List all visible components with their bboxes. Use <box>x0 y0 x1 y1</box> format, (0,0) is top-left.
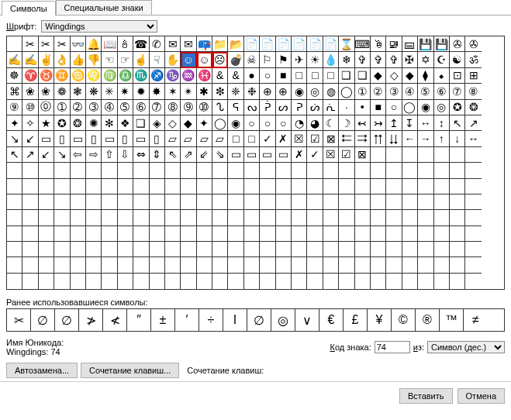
symbol-cell[interactable] <box>450 257 465 273</box>
symbol-cell[interactable]: ○ <box>386 100 402 115</box>
symbol-cell[interactable] <box>150 242 165 257</box>
symbol-cell[interactable]: ♓ <box>197 68 212 84</box>
symbol-cell[interactable] <box>71 163 86 178</box>
symbol-cell[interactable]: ✦ <box>7 115 22 131</box>
symbol-cell[interactable]: 📪 <box>197 36 212 52</box>
symbol-cell[interactable] <box>165 274 181 289</box>
symbol-cell[interactable] <box>371 257 386 273</box>
symbol-cell[interactable]: 🖳 <box>386 36 402 52</box>
symbol-cell[interactable] <box>197 242 212 257</box>
code-input[interactable] <box>375 341 410 353</box>
symbol-cell[interactable] <box>54 257 70 273</box>
symbol-cell[interactable]: ♉ <box>39 68 54 84</box>
symbol-cell[interactable]: ↕ <box>434 115 450 131</box>
symbol-cell[interactable] <box>418 274 433 289</box>
symbol-cell[interactable] <box>7 226 22 242</box>
symbol-cell[interactable] <box>371 147 386 163</box>
symbol-cell[interactable] <box>133 257 149 273</box>
symbol-cell[interactable]: 👍 <box>71 52 86 67</box>
symbol-cell[interactable] <box>450 226 465 242</box>
symbol-cell[interactable]: ↙ <box>39 147 54 163</box>
symbol-cell[interactable]: ▭ <box>133 131 149 146</box>
recent-cell[interactable]: ∨ <box>295 309 319 331</box>
symbol-cell[interactable] <box>323 274 339 289</box>
symbol-cell[interactable] <box>228 210 243 225</box>
symbol-cell[interactable]: ✈ <box>292 52 307 67</box>
symbol-cell[interactable] <box>7 210 22 225</box>
symbol-cell[interactable] <box>418 226 433 242</box>
symbol-cell[interactable] <box>323 257 339 273</box>
symbol-cell[interactable] <box>86 226 102 242</box>
symbol-cell[interactable] <box>71 226 86 242</box>
symbol-cell[interactable] <box>386 274 402 289</box>
symbol-cell[interactable]: ✗ <box>292 147 307 163</box>
symbol-cell[interactable]: → <box>418 131 433 146</box>
symbol-cell[interactable]: ✋ <box>165 52 181 67</box>
symbol-cell[interactable]: 💣 <box>228 52 243 67</box>
symbol-cell[interactable]: ↖ <box>450 115 465 131</box>
symbol-cell[interactable] <box>434 179 450 195</box>
symbol-cell[interactable]: ✂ <box>22 36 38 52</box>
symbol-cell[interactable]: ▯ <box>54 131 70 146</box>
symbol-cell[interactable]: ★ <box>39 115 54 131</box>
from-select[interactable]: Символ (дес.) <box>427 341 505 353</box>
symbol-cell[interactable] <box>39 210 54 225</box>
symbol-cell[interactable]: ➉ <box>197 100 212 115</box>
symbol-cell[interactable] <box>86 195 102 210</box>
symbol-cell[interactable]: ✇ <box>450 36 465 52</box>
symbol-cell[interactable] <box>165 242 181 257</box>
symbol-cell[interactable]: 👓 <box>71 36 86 52</box>
symbol-cell[interactable] <box>434 163 450 178</box>
symbol-cell[interactable] <box>371 226 386 242</box>
symbol-cell[interactable]: ✹ <box>133 84 149 99</box>
symbol-cell[interactable] <box>118 163 133 178</box>
symbol-cell[interactable]: ⮅ <box>371 131 386 146</box>
symbol-cell[interactable]: ॐ <box>465 52 481 67</box>
symbol-cell[interactable] <box>150 179 165 195</box>
symbol-cell[interactable]: ➁ <box>71 100 86 115</box>
symbol-cell[interactable]: ⇔ <box>133 147 149 163</box>
symbol-cell[interactable]: ❀ <box>22 84 38 99</box>
symbol-cell[interactable] <box>307 242 323 257</box>
symbol-cell[interactable] <box>339 195 354 210</box>
symbol-cell[interactable]: ↑ <box>434 131 450 146</box>
symbol-cell[interactable] <box>386 226 402 242</box>
symbol-cell[interactable]: 🕯 <box>118 36 133 52</box>
recent-cell[interactable]: ✂ <box>7 309 31 331</box>
symbol-cell[interactable] <box>71 195 86 210</box>
symbol-cell[interactable] <box>22 195 38 210</box>
symbol-cell[interactable] <box>212 257 228 273</box>
symbol-cell[interactable] <box>292 242 307 257</box>
symbol-grid[interactable]: ✂✂✂👓🔔📖🕯☎✆✉✉📪📁📂📄📄📄📄📄📄⌛⌨🖰🖳🖴💾💾✇✇✍✍✌👌👍👎☜☞☝☟✋… <box>6 36 505 290</box>
symbol-cell[interactable] <box>260 242 275 257</box>
symbol-cell[interactable] <box>323 226 339 242</box>
symbol-cell[interactable]: ✌ <box>39 52 54 67</box>
symbol-cell[interactable]: 💾 <box>434 36 450 52</box>
symbol-cell[interactable]: ⇧ <box>102 147 117 163</box>
symbol-cell[interactable] <box>418 147 433 163</box>
symbol-cell[interactable]: ⊞ <box>465 68 481 84</box>
symbol-cell[interactable] <box>450 147 465 163</box>
symbol-cell[interactable]: ᕈ <box>292 100 307 115</box>
symbol-cell[interactable] <box>371 179 386 195</box>
symbol-cell[interactable] <box>54 226 70 242</box>
symbol-cell[interactable]: ☺ <box>197 52 212 67</box>
symbol-cell[interactable]: ✇ <box>465 36 481 52</box>
symbol-cell[interactable] <box>71 257 86 273</box>
symbol-cell[interactable]: □ <box>292 68 307 84</box>
symbol-cell[interactable] <box>118 257 133 273</box>
symbol-cell[interactable]: & <box>212 68 228 84</box>
symbol-cell[interactable] <box>86 257 102 273</box>
symbol-cell[interactable] <box>434 242 450 257</box>
symbol-cell[interactable]: ✸ <box>150 84 165 99</box>
symbol-cell[interactable]: ❂ <box>71 115 86 131</box>
symbol-cell[interactable] <box>307 274 323 289</box>
symbol-cell[interactable]: ✴ <box>181 84 196 99</box>
symbol-cell[interactable] <box>133 274 149 289</box>
symbol-cell[interactable] <box>386 163 402 178</box>
symbol-cell[interactable]: ♏ <box>133 68 149 84</box>
symbol-cell[interactable] <box>7 257 22 273</box>
symbol-cell[interactable]: ✶ <box>165 84 181 99</box>
symbol-cell[interactable]: ↗ <box>22 147 38 163</box>
symbol-cell[interactable]: ② <box>371 84 386 99</box>
